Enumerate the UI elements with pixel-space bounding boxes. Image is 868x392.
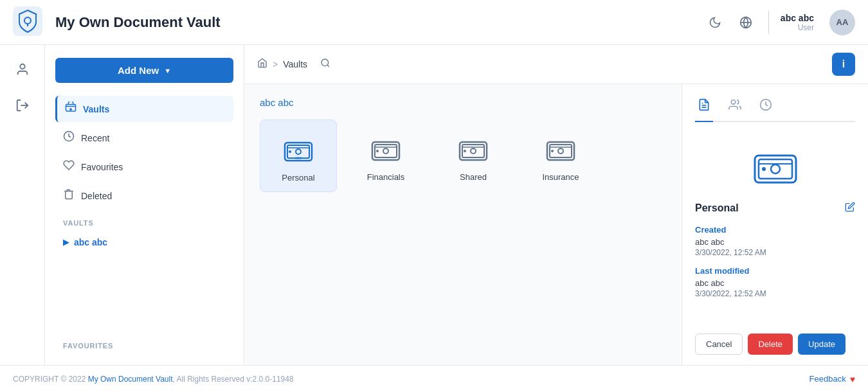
detail-tabs	[695, 94, 855, 122]
modified-label: Last modified	[695, 266, 855, 276]
financials-vault-label: Financials	[367, 172, 405, 182]
financials-vault-icon	[368, 131, 404, 167]
breadcrumb-current: Vaults	[283, 59, 307, 69]
svg-point-40	[771, 165, 780, 174]
vault-owner-label: abc abc	[260, 97, 666, 108]
shared-vault-icon	[455, 131, 491, 167]
vault-card-personal[interactable]: Personal	[260, 120, 337, 192]
svg-point-5	[20, 64, 24, 69]
vault-card-financials[interactable]: Financials	[347, 120, 424, 192]
feedback-button[interactable]: Feedback ♥	[809, 374, 855, 384]
app-logo	[13, 6, 42, 39]
modified-by: abc abc	[695, 278, 855, 288]
header-role: User	[798, 23, 814, 32]
vault-main: abc abc	[244, 84, 682, 365]
info-icon: i	[842, 58, 845, 70]
created-by: abc abc	[695, 237, 855, 247]
breadcrumb-home-icon[interactable]	[257, 58, 267, 71]
header-actions: abc abc User AA	[704, 10, 855, 35]
detail-vault-name: Personal	[695, 202, 855, 215]
favourites-section-label: FAVOURITES	[55, 334, 233, 352]
profile-icon-btn[interactable]	[11, 58, 34, 81]
footer-copyright: COPYRIGHT © 2022	[13, 375, 86, 384]
update-button[interactable]: Update	[798, 334, 845, 355]
add-new-button[interactable]: Add New ▼	[55, 58, 233, 83]
content-area: > Vaults i abc abc	[244, 45, 868, 365]
modified-date: 3/30/2022, 12:52 AM	[695, 289, 855, 298]
user-info: abc abc User	[781, 13, 814, 32]
search-icon[interactable]	[320, 58, 330, 71]
svg-point-33	[551, 150, 554, 152]
footer: COPYRIGHT © 2022 My Own Document Vault ,…	[0, 365, 868, 392]
sidebar-deleted-label: Deleted	[81, 191, 112, 201]
created-date: 3/30/2022, 12:52 AM	[695, 248, 855, 257]
detail-panel: Personal Created abc abc 3/30/2022, 12:5…	[682, 84, 868, 365]
footer-rights: , All Rights Reserved v:2.0.0-11948	[173, 375, 294, 384]
vault-tree-item[interactable]: ▶ abc abc	[55, 232, 233, 253]
chevron-down-icon: ▼	[164, 67, 171, 75]
personal-vault-label: Personal	[282, 173, 314, 183]
avatar[interactable]: AA	[829, 10, 855, 35]
svg-point-14	[296, 149, 301, 154]
sidebar-favourites-label: Favourites	[81, 162, 123, 172]
detail-vault-icon	[695, 141, 855, 193]
main-layout: Add New ▼ Vaults Recent	[0, 45, 868, 365]
sidebar-recent-label: Recent	[81, 133, 109, 143]
footer-link[interactable]: My Own Document Vault	[88, 375, 173, 384]
svg-point-26	[471, 148, 476, 154]
app-title: My Own Document Vault	[55, 14, 704, 31]
tab-history[interactable]	[757, 94, 775, 122]
svg-rect-16	[295, 157, 302, 159]
info-button[interactable]: i	[832, 53, 855, 76]
svg-point-8	[70, 109, 71, 110]
personal-vault-icon	[280, 132, 316, 168]
language-toggle[interactable]	[735, 12, 757, 33]
icon-sidebar	[0, 45, 45, 365]
sidebar-item-favourites[interactable]: Favourites	[55, 154, 233, 180]
shared-vault-label: Shared	[460, 172, 487, 182]
vault-tree-label: abc abc	[74, 237, 107, 247]
header-divider	[768, 11, 769, 34]
created-label: Created	[695, 225, 855, 235]
svg-point-10	[321, 59, 329, 66]
clock-icon	[63, 130, 75, 145]
vault-content: abc abc	[244, 84, 868, 365]
sidebar-item-recent[interactable]: Recent	[55, 125, 233, 151]
nav-sidebar: Add New ▼ Vaults Recent	[45, 45, 244, 365]
vault-grid: Personal Fina	[260, 120, 666, 192]
insurance-vault-label: Insurance	[542, 172, 579, 182]
dark-mode-toggle[interactable]	[704, 12, 726, 33]
tab-info[interactable]	[695, 94, 713, 122]
heart-icon	[63, 159, 75, 174]
vault-card-insurance[interactable]: Insurance	[522, 120, 599, 192]
trash-icon	[63, 188, 75, 203]
svg-line-11	[327, 65, 329, 67]
svg-point-23	[376, 150, 379, 152]
logout-icon-btn[interactable]	[11, 94, 34, 117]
detail-actions: Cancel Delete Update	[695, 323, 855, 355]
svg-point-28	[464, 150, 466, 152]
sidebar-item-deleted[interactable]: Deleted	[55, 183, 233, 209]
chevron-right-icon: ▶	[63, 238, 69, 247]
vaults-section-label: VAULTS	[55, 211, 233, 229]
vault-icon	[65, 102, 77, 116]
svg-point-36	[731, 100, 736, 105]
header: My Own Document Vault abc abc User AA	[0, 0, 868, 45]
svg-point-42	[762, 167, 766, 171]
feedback-label: Feedback	[809, 374, 846, 384]
delete-button[interactable]: Delete	[748, 334, 793, 355]
tab-share[interactable]	[726, 94, 744, 122]
vault-card-shared[interactable]: Shared	[435, 120, 512, 192]
heart-icon: ♥	[850, 374, 855, 384]
breadcrumb-separator: >	[273, 59, 278, 69]
sidebar-vaults-label: Vaults	[83, 104, 109, 114]
svg-point-31	[558, 148, 563, 154]
svg-point-21	[383, 148, 388, 154]
vaults-scroll-area: ▶ abc abc	[55, 232, 233, 332]
sidebar-item-vaults[interactable]: Vaults	[55, 96, 233, 122]
header-username: abc abc	[781, 13, 814, 23]
insurance-vault-icon	[543, 131, 579, 167]
svg-point-18	[289, 150, 291, 153]
cancel-button[interactable]: Cancel	[695, 334, 743, 355]
edit-icon[interactable]	[845, 202, 855, 215]
